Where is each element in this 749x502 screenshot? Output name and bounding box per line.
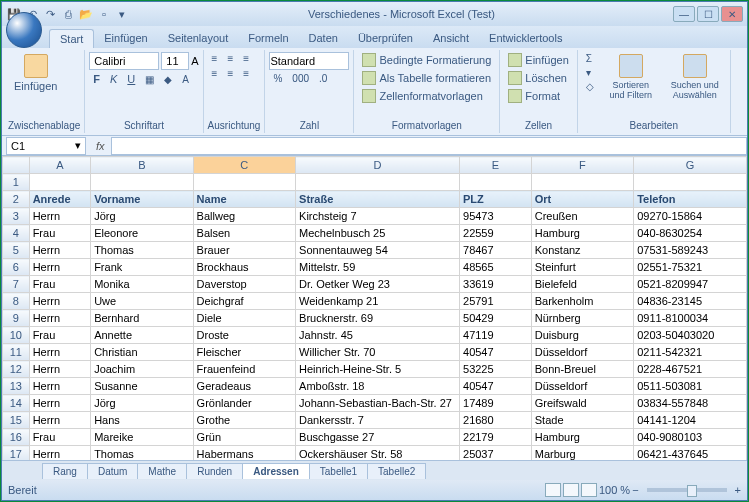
cell[interactable]: Duisburg [531,327,633,344]
cell[interactable]: Marburg [531,446,633,461]
row-header[interactable]: 12 [3,361,30,378]
row-header[interactable]: 1 [3,174,30,191]
bold-button[interactable]: F [89,72,104,86]
qat-menu-icon[interactable]: ▾ [114,6,130,22]
cell[interactable]: Jörg [91,208,193,225]
comma-icon[interactable]: 000 [288,72,313,85]
layout-view-button[interactable] [563,483,579,497]
cell[interactable]: 040-9080103 [634,429,747,446]
cell[interactable]: Düsseldorf [531,344,633,361]
cell[interactable]: Kirchsteig 7 [296,208,460,225]
cell[interactable]: Herrn [29,293,90,310]
cell-styles-button[interactable]: Zellenformatvorlagen [358,88,486,104]
cell[interactable]: Johann-Sebastian-Bach-Str. 27 [296,395,460,412]
cell[interactable]: 06421-437645 [634,446,747,461]
cell[interactable]: Mechelnbusch 25 [296,225,460,242]
cell[interactable]: Herrn [29,259,90,276]
cell[interactable]: Mareike [91,429,193,446]
cell[interactable]: 07531-589243 [634,242,747,259]
cell[interactable]: Hamburg [531,429,633,446]
zoom-slider[interactable] [647,488,727,492]
cell[interactable]: 47119 [460,327,532,344]
cell[interactable]: 0228-467521 [634,361,747,378]
cell[interactable]: Telefon [634,191,747,208]
sheet-tab[interactable]: Rang [42,463,88,479]
find-select-button[interactable]: Suchen und Auswählen [664,52,726,102]
cell[interactable]: 04836-23145 [634,293,747,310]
cell[interactable] [531,174,633,191]
row-header[interactable]: 7 [3,276,30,293]
align-bot-icon[interactable]: ≡ [239,52,253,65]
cell[interactable]: 03834-557848 [634,395,747,412]
cell[interactable]: Mittelstr. 59 [296,259,460,276]
cell[interactable]: Nürnberg [531,310,633,327]
pagebreak-view-button[interactable] [581,483,597,497]
cell[interactable]: Brockhaus [193,259,295,276]
cell[interactable]: 78467 [460,242,532,259]
row-header[interactable]: 14 [3,395,30,412]
cell[interactable]: 0211-542321 [634,344,747,361]
sort-filter-button[interactable]: Sortieren und Filtern [600,52,662,102]
cell[interactable]: Ballweg [193,208,295,225]
format-cells-button[interactable]: Format [504,88,564,104]
col-header[interactable]: B [91,157,193,174]
cell[interactable]: Eleonore [91,225,193,242]
col-header[interactable]: E [460,157,532,174]
cell[interactable]: Grönlander [193,395,295,412]
cell[interactable]: Herrn [29,242,90,259]
align-right-icon[interactable]: ≡ [239,67,253,80]
cell[interactable]: Straße [296,191,460,208]
ribbon-tab-einfügen[interactable]: Einfügen [94,29,157,48]
cell[interactable]: Fleischer [193,344,295,361]
cell[interactable]: Daverstop [193,276,295,293]
cell[interactable]: Greifswald [531,395,633,412]
maximize-button[interactable]: ☐ [697,6,719,22]
redo-icon[interactable]: ↷ [42,6,58,22]
cell[interactable]: Brucknerstr. 69 [296,310,460,327]
fill-color-button[interactable]: ◆ [160,73,176,86]
cell[interactable] [91,174,193,191]
cell[interactable]: 22179 [460,429,532,446]
minimize-button[interactable]: — [673,6,695,22]
sheet-tab[interactable]: Mathe [137,463,187,479]
row-header[interactable]: 11 [3,344,30,361]
cell[interactable]: Thomas [91,242,193,259]
ribbon-tab-entwicklertools[interactable]: Entwicklertools [479,29,572,48]
cell[interactable]: Monika [91,276,193,293]
cell[interactable]: Deichgraf [193,293,295,310]
cell[interactable]: Herrn [29,395,90,412]
sheet-tab[interactable]: Tabelle2 [367,463,426,479]
row-header[interactable]: 6 [3,259,30,276]
cell[interactable]: Konstanz [531,242,633,259]
ribbon-tab-formeln[interactable]: Formeln [238,29,298,48]
row-header[interactable]: 5 [3,242,30,259]
cell[interactable]: Frau [29,276,90,293]
cell[interactable] [460,174,532,191]
delete-cells-button[interactable]: Löschen [504,70,571,86]
cell[interactable]: Ort [531,191,633,208]
cell[interactable]: Stade [531,412,633,429]
cell[interactable]: Buschgasse 27 [296,429,460,446]
cell[interactable]: 0203-50403020 [634,327,747,344]
cell[interactable]: 40547 [460,378,532,395]
cell[interactable]: Weidenkamp 21 [296,293,460,310]
cell[interactable]: Bielefeld [531,276,633,293]
cell[interactable]: Frauenfeind [193,361,295,378]
cell[interactable]: Willicher Str. 70 [296,344,460,361]
paste-button[interactable]: Einfügen [8,52,63,94]
row-header[interactable]: 2 [3,191,30,208]
cell[interactable]: Herrn [29,361,90,378]
cell[interactable]: Barkenholm [531,293,633,310]
cell[interactable]: Christian [91,344,193,361]
inc-decimal-icon[interactable]: .0 [315,72,331,85]
cell[interactable]: Hans [91,412,193,429]
cell[interactable]: Ockershäuser Str. 58 [296,446,460,461]
cell[interactable]: Sonnentauweg 54 [296,242,460,259]
clear-icon[interactable]: ◇ [582,80,598,93]
cell[interactable]: Herrn [29,344,90,361]
ribbon-tab-start[interactable]: Start [49,29,94,48]
sheet-tab[interactable]: Datum [87,463,138,479]
cell[interactable]: Geradeaus [193,378,295,395]
cell[interactable]: Steinfurt [531,259,633,276]
col-header[interactable]: A [29,157,90,174]
